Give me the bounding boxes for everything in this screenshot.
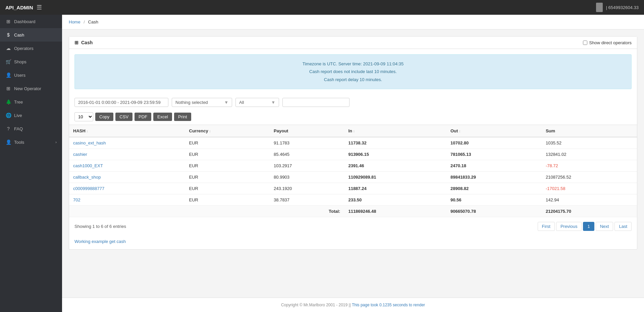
- info-line3: Cash report delay 10 minutes.: [80, 76, 626, 83]
- cell-payout: 103.2917: [270, 160, 344, 172]
- first-button[interactable]: First: [538, 222, 555, 231]
- cell-payout: 91.1783: [270, 137, 344, 149]
- cell-out: 90.56: [446, 194, 542, 206]
- all-label: All: [239, 100, 244, 105]
- chevron-down-icon: ▼: [224, 100, 228, 105]
- csv-button[interactable]: CSV: [115, 113, 132, 121]
- menu-icon[interactable]: ☰: [37, 4, 42, 11]
- cell-in: 11738.32: [344, 137, 446, 149]
- footer-link-row: Working example get cash: [69, 236, 637, 249]
- cell-payout: 80.9903: [270, 172, 344, 183]
- tools-expand-icon: ›: [55, 140, 57, 144]
- breadcrumb-home[interactable]: Home: [69, 19, 80, 24]
- copy-button[interactable]: Copy: [95, 113, 113, 121]
- panel-header: ⊞ Cash Show direct operators: [69, 37, 637, 49]
- sidebar-item-cash[interactable]: $ Cash: [0, 28, 62, 42]
- sidebar-label-operators: Operators: [14, 46, 34, 51]
- hash-link[interactable]: 702: [73, 197, 80, 202]
- cell-payout: 85.4645: [270, 149, 344, 160]
- all-dropdown[interactable]: All ▼: [235, 98, 279, 107]
- print-button[interactable]: Print: [174, 113, 191, 121]
- topbar-right: | 6549932604.33: [596, 3, 639, 12]
- sidebar-item-users[interactable]: 👤 Users: [0, 68, 62, 82]
- sidebar-item-tools[interactable]: 👤 Tools ›: [0, 135, 62, 149]
- previous-button[interactable]: Previous: [556, 222, 582, 231]
- col-payout[interactable]: Payout: [270, 125, 344, 137]
- operators-icon: ☁: [5, 46, 11, 51]
- hash-link[interactable]: c000999888777: [73, 186, 104, 191]
- cell-hash: cash1000_EXT: [69, 160, 185, 172]
- cell-sum: -17021.58: [542, 183, 637, 194]
- live-icon: 🌐: [5, 113, 11, 118]
- cell-in: 2391.46: [344, 160, 446, 172]
- per-page-select[interactable]: 10 25 50 100: [74, 112, 93, 121]
- sidebar-item-shops[interactable]: 🛒 Shops: [0, 55, 62, 68]
- col-sum[interactable]: Sum: [542, 125, 637, 137]
- hash-link[interactable]: callback_shop: [73, 175, 101, 180]
- balance-display: | 6549932604.33: [606, 5, 639, 10]
- sidebar-item-operators[interactable]: ☁ Operators: [0, 42, 62, 55]
- info-line2: Cash report does not include last 10 min…: [80, 68, 626, 75]
- col-in[interactable]: In: [344, 125, 446, 137]
- col-currency[interactable]: Currency: [185, 125, 270, 137]
- footer-text: Copyright © Mr.Marlboro 2001 - 2019 ||: [281, 303, 352, 307]
- cell-hash: c000999888777: [69, 183, 185, 194]
- pagination-buttons: First Previous 1 Next Last: [538, 222, 632, 231]
- cell-currency: EUR: [185, 172, 270, 183]
- cell-payout: 38.7837: [270, 194, 344, 206]
- cell-in: 110929089.81: [344, 172, 446, 183]
- sidebar-item-dashboard[interactable]: ⊞ Dashboard: [0, 15, 62, 28]
- hash-link[interactable]: cash1000_EXT: [73, 163, 103, 168]
- sidebar-label-cash: Cash: [14, 33, 24, 38]
- last-button[interactable]: Last: [614, 222, 632, 231]
- sidebar-item-new-operator[interactable]: ⊞ New Operator: [0, 82, 62, 95]
- tools-icon: 👤: [5, 139, 11, 145]
- cell-currency: EUR: [185, 137, 270, 149]
- cell-hash: casino_ext_hash: [69, 137, 185, 149]
- cell-in: 233.50: [344, 194, 446, 206]
- users-icon: 👤: [5, 72, 11, 78]
- working-example-link[interactable]: Working example get cash: [74, 239, 126, 244]
- nothing-selected-dropdown[interactable]: Nothing selected ▼: [172, 98, 232, 107]
- controls-row: Nothing selected ▼ All ▼: [69, 95, 637, 110]
- cell-currency: EUR: [185, 160, 270, 172]
- col-out[interactable]: Out: [446, 125, 542, 137]
- cell-out: 89841833.29: [446, 172, 542, 183]
- pdf-button[interactable]: PDF: [135, 113, 151, 121]
- cell-sum: 21087256.52: [542, 172, 637, 183]
- excel-button[interactable]: Excel: [153, 113, 172, 121]
- cash-table: HASH Currency Payout In Out Sum casino_e…: [69, 125, 637, 217]
- hash-link[interactable]: casino_ext_hash: [73, 140, 106, 145]
- cell-out: 28908.82: [446, 183, 542, 194]
- footer-render-link[interactable]: This page took 0.1235 seconds to render: [352, 303, 425, 307]
- hash-link[interactable]: cashier: [73, 152, 87, 157]
- cell-sum: -78.72: [542, 160, 637, 172]
- page-1-button[interactable]: 1: [583, 222, 594, 231]
- col-hash[interactable]: HASH: [69, 125, 185, 137]
- info-line1: Timezone is UTC. Server time: 2021-09-09…: [80, 60, 626, 68]
- breadcrumb-current: Cash: [88, 19, 98, 24]
- cell-sum: 132841.02: [542, 149, 637, 160]
- main-content: Home / Cash ⊞ Cash Show direct operators: [62, 15, 644, 312]
- show-direct-checkbox[interactable]: [583, 41, 587, 45]
- cash-panel: ⊞ Cash Show direct operators Timezone is…: [69, 36, 637, 250]
- next-button[interactable]: Next: [596, 222, 613, 231]
- sidebar-item-faq[interactable]: ? FAQ: [0, 122, 62, 135]
- table-row: callback_shop EUR 80.9903 110929089.81 8…: [69, 172, 637, 183]
- search-input[interactable]: [282, 98, 350, 107]
- dashboard-icon: ⊞: [5, 19, 11, 24]
- date-range-input[interactable]: [74, 98, 168, 107]
- sidebar-item-tree[interactable]: 🌲 Tree: [0, 95, 62, 109]
- topbar: API_ADMIN ☰ | 6549932604.33: [0, 0, 644, 15]
- cell-payout: 243.1920: [270, 183, 344, 194]
- cell-out: 2470.18: [446, 160, 542, 172]
- cell-currency: EUR: [185, 194, 270, 206]
- faq-icon: ?: [5, 126, 11, 131]
- sidebar-label-tree: Tree: [14, 100, 23, 105]
- table-row: c000999888777 EUR 243.1920 11887.24 2890…: [69, 183, 637, 194]
- chevron-down-icon2: ▼: [271, 100, 275, 105]
- device-icon: [596, 3, 603, 12]
- sidebar-item-live[interactable]: 🌐 Live: [0, 109, 62, 122]
- total-label: Total:: [69, 206, 344, 217]
- cell-out: 10702.80: [446, 137, 542, 149]
